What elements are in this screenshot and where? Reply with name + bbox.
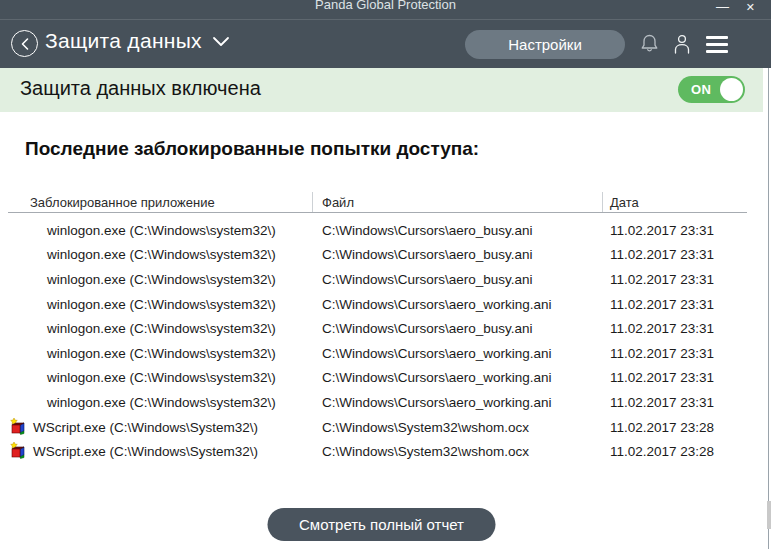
date-cell: 11.02.2017 23:28 <box>603 420 747 435</box>
menu-button[interactable] <box>706 36 728 53</box>
table-row: winlogon.exe (C:\Windows\system32\)C:\Wi… <box>8 390 747 415</box>
file-cell: C:\Windows\System32\wshom.ocx <box>313 444 603 459</box>
account-button[interactable] <box>672 33 692 55</box>
window-title: Panda Global Protection <box>0 0 771 12</box>
window-titlebar: Panda Global Protection — ✕ <box>0 0 771 19</box>
protection-toggle[interactable]: ON <box>678 76 745 103</box>
status-banner: Защита данных включена ON <box>0 68 763 112</box>
file-cell: C:\Windows\Cursors\aero_busy.ani <box>313 272 603 287</box>
date-cell: 11.02.2017 23:31 <box>603 272 747 287</box>
full-report-button[interactable]: Смотреть полный отчет <box>267 508 496 541</box>
table-row: winlogon.exe (C:\Windows\system32\)C:\Wi… <box>8 243 747 268</box>
blocked-app-cell: winlogon.exe (C:\Windows\system32\) <box>8 395 313 410</box>
page-title: Защита данных <box>45 29 202 53</box>
wscript-icon <box>8 418 27 437</box>
blocked-app-cell: WScript.exe (C:\Windows\System32\) <box>8 418 313 437</box>
blocked-app-cell: winlogon.exe (C:\Windows\system32\) <box>8 247 313 262</box>
toggle-knob <box>720 78 743 101</box>
date-cell: 11.02.2017 23:31 <box>603 247 747 262</box>
date-cell: 11.02.2017 23:31 <box>603 223 747 238</box>
blocked-app-cell: winlogon.exe (C:\Windows\system32\) <box>8 321 313 336</box>
main-content: Последние заблокированные попытки доступ… <box>0 112 763 549</box>
file-cell: C:\Windows\System32\wshom.ocx <box>313 420 603 435</box>
blocked-app-cell: winlogon.exe (C:\Windows\system32\) <box>8 297 313 312</box>
back-button[interactable] <box>11 30 38 57</box>
window-edge-line <box>768 68 769 549</box>
minimize-button[interactable]: — <box>716 0 729 14</box>
blocked-app-cell: winlogon.exe (C:\Windows\system32\) <box>8 370 313 385</box>
blocked-app-cell: winlogon.exe (C:\Windows\system32\) <box>8 272 313 287</box>
file-cell: C:\Windows\Cursors\aero_working.ani <box>313 346 603 361</box>
window-right-edge <box>763 68 771 549</box>
date-cell: 11.02.2017 23:31 <box>603 370 747 385</box>
file-cell: C:\Windows\Cursors\aero_working.ani <box>313 395 603 410</box>
date-cell: 11.02.2017 23:31 <box>603 321 747 336</box>
chevron-left-icon <box>20 37 30 51</box>
file-cell: C:\Windows\Cursors\aero_working.ani <box>313 370 603 385</box>
toggle-on-label: ON <box>691 82 712 97</box>
blocked-attempts-table: Заблокированное приложение Файл Дата win… <box>8 192 747 464</box>
hamburger-icon <box>706 36 728 39</box>
table-row: winlogon.exe (C:\Windows\system32\)C:\Wi… <box>8 292 747 317</box>
table-row: WScript.exe (C:\Windows\System32\)C:\Win… <box>8 415 747 440</box>
date-cell: 11.02.2017 23:31 <box>603 297 747 312</box>
table-body: winlogon.exe (C:\Windows\system32\)C:\Wi… <box>8 213 747 464</box>
file-cell: C:\Windows\Cursors\aero_busy.ani <box>313 247 603 262</box>
close-button[interactable]: ✕ <box>746 1 755 14</box>
col-header-blocked-app: Заблокированное приложение <box>8 192 313 212</box>
table-row: winlogon.exe (C:\Windows\system32\)C:\Wi… <box>8 366 747 391</box>
table-row: winlogon.exe (C:\Windows\system32\)C:\Wi… <box>8 267 747 292</box>
file-cell: C:\Windows\Cursors\aero_busy.ani <box>313 223 603 238</box>
date-cell: 11.02.2017 23:28 <box>603 444 747 459</box>
settings-button[interactable]: Настройки <box>465 30 625 59</box>
col-header-date: Дата <box>603 192 747 212</box>
date-cell: 11.02.2017 23:31 <box>603 346 747 361</box>
app-header: Защита данных Настройки <box>0 19 771 68</box>
page-title-dropdown[interactable]: Защита данных <box>45 29 230 53</box>
chevron-down-icon <box>212 36 230 47</box>
notifications-button[interactable] <box>639 33 660 55</box>
date-cell: 11.02.2017 23:31 <box>603 395 747 410</box>
blocked-app-cell: winlogon.exe (C:\Windows\system32\) <box>8 223 313 238</box>
table-row: winlogon.exe (C:\Windows\system32\)C:\Wi… <box>8 316 747 341</box>
scrollbar-thumb <box>767 501 771 529</box>
blocked-app-cell: WScript.exe (C:\Windows\System32\) <box>8 442 313 461</box>
section-title: Последние заблокированные попытки доступ… <box>25 138 763 160</box>
table-row: winlogon.exe (C:\Windows\system32\)C:\Wi… <box>8 218 747 243</box>
bell-icon <box>639 33 660 55</box>
table-header: Заблокированное приложение Файл Дата <box>8 192 747 213</box>
protection-status-text: Защита данных включена <box>20 77 261 100</box>
user-icon <box>672 33 692 55</box>
file-cell: C:\Windows\Cursors\aero_working.ani <box>313 297 603 312</box>
wscript-icon <box>8 442 27 461</box>
blocked-app-cell: winlogon.exe (C:\Windows\system32\) <box>8 346 313 361</box>
col-header-file: Файл <box>313 192 603 212</box>
table-row: WScript.exe (C:\Windows\System32\)C:\Win… <box>8 439 747 464</box>
file-cell: C:\Windows\Cursors\aero_busy.ani <box>313 321 603 336</box>
table-row: winlogon.exe (C:\Windows\system32\)C:\Wi… <box>8 341 747 366</box>
